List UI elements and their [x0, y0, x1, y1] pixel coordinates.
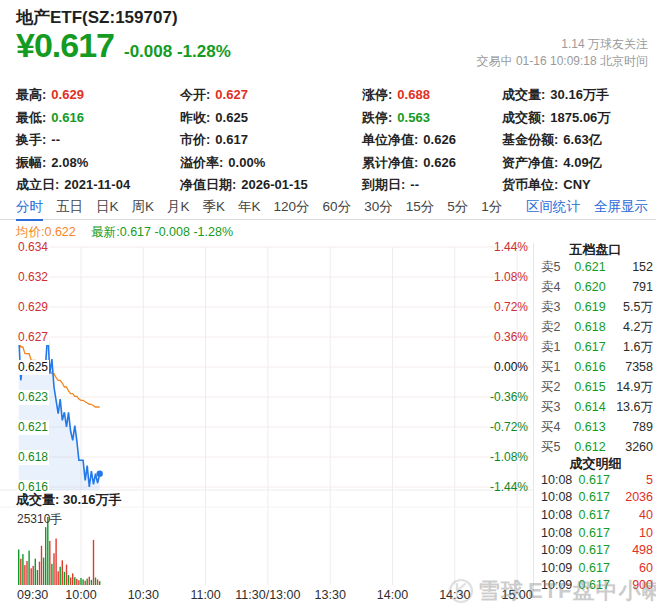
order-book-row-卖4[interactable]: 卖40.620791: [534, 277, 656, 297]
stat-label: 成交额:: [502, 110, 545, 125]
trade-time: 10:08: [534, 473, 579, 487]
stat-row: 基金份额:6.63亿: [502, 129, 610, 152]
tab-年K[interactable]: 年K: [238, 198, 261, 221]
watermark-suffix: ETF盘中小喇叭: [528, 576, 656, 606]
y-axis-price-label: 0.627: [17, 330, 49, 345]
tab-60分[interactable]: 60分: [323, 198, 352, 221]
stat-value: 0.626: [423, 132, 456, 147]
trade-row: 10:080.6175: [534, 471, 656, 489]
stat-row: 昨收:0.625: [180, 107, 308, 130]
y-axis-price-label: 0.623: [17, 390, 49, 405]
stat-label: 最低:: [16, 110, 46, 125]
y-axis-pct-label: -1.08%: [400, 450, 528, 465]
tab-30分[interactable]: 30分: [364, 198, 393, 221]
x-axis-label: 09:30: [17, 588, 61, 602]
stat-label: 振幅:: [16, 155, 46, 170]
tab-五日[interactable]: 五日: [56, 198, 83, 221]
stat-label: 基金份额:: [502, 132, 558, 147]
order-side: 买3: [534, 399, 573, 416]
order-book-row-买4[interactable]: 买40.613789: [534, 417, 656, 437]
stats-grid: 最高:0.629最低:0.616换手:--振幅:2.08%成立日:2021-11…: [0, 84, 656, 198]
stat-value: 0.625: [215, 110, 248, 125]
stat-value: 0.627: [215, 87, 248, 102]
stat-value: --: [410, 177, 419, 192]
trade-qty: 60: [610, 561, 656, 575]
stat-label: 今开:: [180, 87, 210, 102]
order-qty: 5.5万: [607, 299, 656, 316]
stat-label: 净值日期:: [180, 177, 236, 192]
stat-label: 昨收:: [180, 110, 210, 125]
stat-row: 最低:0.616: [16, 107, 130, 130]
tab-分时[interactable]: 分时: [16, 198, 43, 221]
stat-row: 今开:0.627: [180, 84, 308, 107]
tab-120分[interactable]: 120分: [274, 198, 310, 221]
link-区间统计[interactable]: 区间统计: [526, 198, 580, 216]
y-axis-price-label: 0.625: [17, 360, 49, 375]
order-book-panel: 五档盘口 卖50.621152卖40.620791卖30.6195.5万卖20.…: [533, 243, 656, 597]
tab-周K[interactable]: 周K: [132, 198, 155, 221]
x-axis-label: 10:00: [59, 588, 103, 602]
order-qty: 7358: [607, 360, 656, 374]
tab-5分[interactable]: 5分: [447, 198, 468, 221]
stat-label: 累计净值:: [362, 155, 418, 170]
order-price: 0.613: [573, 420, 607, 434]
link-全屏显示[interactable]: 全屏显示: [594, 198, 648, 216]
x-axis-label: 11:30/13:00: [226, 588, 310, 602]
x-axis-label: 14:00: [371, 588, 415, 602]
order-price: 0.621: [573, 260, 607, 274]
watermark: 雪球 ETF盘中小喇叭: [448, 576, 656, 606]
stat-value: 0.563: [397, 110, 430, 125]
trade-time: 10:09: [534, 543, 579, 557]
avg-price-label: 均价:0.622: [16, 225, 76, 239]
order-price: 0.614: [573, 400, 607, 414]
order-book-row-买3[interactable]: 买30.61413.6万: [534, 397, 656, 417]
tab-15分[interactable]: 15分: [406, 198, 435, 221]
stat-label: 资产净值:: [502, 155, 558, 170]
trade-price: 0.617: [579, 473, 610, 487]
trade-row: 10:090.61760: [534, 559, 656, 577]
tab-1分[interactable]: 1分: [481, 198, 502, 221]
y-axis-pct-label: 0.72%: [400, 300, 528, 315]
tab-月K[interactable]: 月K: [167, 198, 190, 221]
period-tabbar: 分时五日日K周K月K季K年K120分60分30分15分5分1分 区间统计全屏显示: [0, 198, 656, 220]
y-axis-pct-label: -0.36%: [400, 390, 528, 405]
stat-value: 2021-11-04: [64, 177, 130, 192]
order-book-row-买2[interactable]: 买20.61514.9万: [534, 377, 656, 397]
order-qty: 791: [607, 280, 656, 294]
tab-日K[interactable]: 日K: [96, 198, 119, 221]
x-axis-label: 10:30: [121, 588, 165, 602]
stat-row: 净值日期:2026-01-15: [180, 174, 308, 197]
stats-column: 今开:0.627昨收:0.625市价:0.617溢价率:0.00%净值日期:20…: [180, 84, 308, 197]
y-axis-pct-label: 0.36%: [400, 330, 528, 345]
trade-row: 10:080.6172036: [534, 489, 656, 507]
tab-季K[interactable]: 季K: [203, 198, 226, 221]
stat-value: 0.629: [51, 87, 84, 102]
quote-meta: 1.14 万球友关注 交易中 01-16 10:09:18 北京时间: [477, 36, 648, 70]
order-book-row-卖1[interactable]: 卖10.6171.6万: [534, 337, 656, 357]
order-book-row-卖3[interactable]: 卖30.6195.5万: [534, 297, 656, 317]
stat-label: 单位净值:: [362, 132, 418, 147]
y-axis-price-label: 0.632: [17, 270, 49, 285]
stat-row: 单位净值:0.626: [362, 129, 456, 152]
order-book-row-卖2[interactable]: 卖20.6184.2万: [534, 317, 656, 337]
stat-value: 4.09亿: [563, 155, 601, 170]
order-side: 买1: [534, 359, 573, 376]
trade-qty: 498: [610, 543, 656, 557]
stat-row: 成交额:1875.06万: [502, 107, 610, 130]
stat-row: 跌停:0.563: [362, 107, 456, 130]
stat-value: 30.16万手: [550, 87, 609, 102]
x-axis-label: 11:00: [184, 588, 228, 602]
stat-row: 最高:0.629: [16, 84, 130, 107]
order-qty: 1.6万: [607, 339, 656, 356]
order-book-row-买1[interactable]: 买10.6167358: [534, 357, 656, 377]
y-axis-price-label: 0.621: [17, 420, 49, 435]
stat-label: 涨停:: [362, 87, 392, 102]
stock-quote-page: { "header": { "title": "地产ETF(SZ:159707)…: [0, 0, 656, 615]
order-book-row-卖5[interactable]: 卖50.621152: [534, 257, 656, 277]
y-axis-pct-label: 1.08%: [400, 270, 528, 285]
order-book-row-买5[interactable]: 买50.6123260: [534, 437, 656, 457]
followers-count: 1.14 万球友关注: [477, 36, 648, 53]
trade-time: 10:08: [534, 526, 579, 540]
current-price: ¥0.617: [16, 26, 114, 65]
trade-qty: 10: [610, 526, 656, 540]
